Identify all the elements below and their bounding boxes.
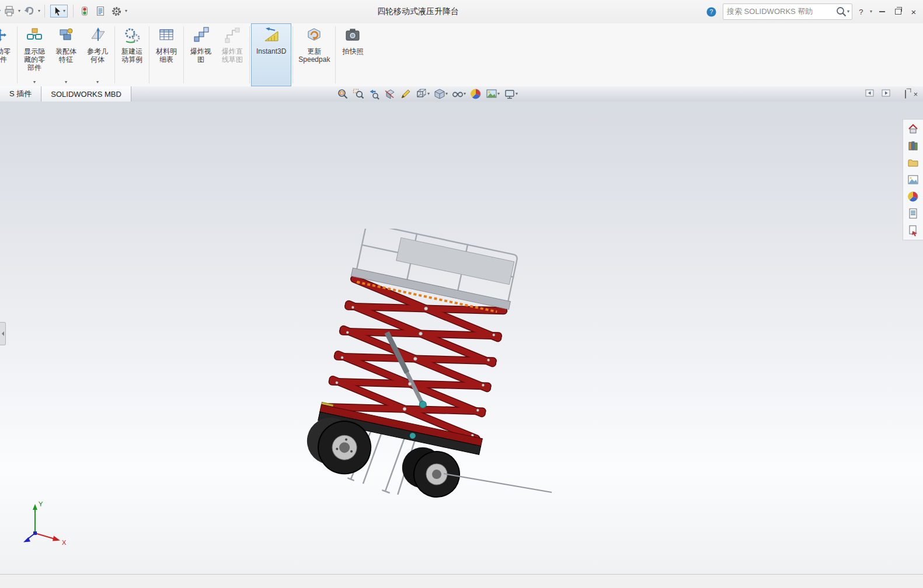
select-tool-button[interactable]: ▾ <box>50 5 68 18</box>
rebuild-button[interactable] <box>78 4 92 18</box>
help-bubble-button[interactable]: ? <box>705 5 719 19</box>
scissor-lift-model[interactable] <box>301 229 558 509</box>
pane-left-icon <box>865 89 875 97</box>
ribbon-button-reference-geometry[interactable]: 参考几何体 ▾ <box>82 23 113 86</box>
doc-close-button[interactable]: × <box>914 90 918 98</box>
solidworks-resources-button[interactable] <box>906 123 920 135</box>
printer-icon <box>4 5 15 17</box>
rebuild-stoplight-icon <box>79 6 90 16</box>
triad-origin <box>33 531 37 535</box>
chevron-down-icon: ▾ <box>65 79 67 85</box>
options-button[interactable] <box>109 4 123 18</box>
chevron-down-icon[interactable]: ▾ <box>125 9 127 13</box>
tow-bar <box>444 474 552 492</box>
design-library-button[interactable] <box>906 139 920 152</box>
ribbon-button-show-hidden-components[interactable]: 显示隐藏的零部件 ▾ <box>19 23 50 86</box>
section-view-button[interactable] <box>383 88 397 100</box>
scene-icon <box>486 88 497 100</box>
ribbon-separator <box>17 26 18 83</box>
coordinate-triad: Y X <box>18 498 70 551</box>
search-input[interactable] <box>726 7 835 17</box>
custom-properties-button[interactable] <box>906 207 920 220</box>
help-menu-button[interactable]: ? <box>856 5 866 19</box>
zoom-area-icon <box>353 88 364 100</box>
motion-study-icon <box>124 27 140 46</box>
undo-button[interactable] <box>22 4 36 18</box>
ribbon-button-assembly-features[interactable]: 装配体特征 ▾ <box>50 23 82 86</box>
ribbon-separator <box>183 26 184 83</box>
graphics-viewport[interactable]: Y X <box>0 102 923 575</box>
zoom-fit-button[interactable] <box>336 88 350 100</box>
exploded-view-icon <box>193 27 209 46</box>
ribbon-button-label: 更新 Speedpak <box>297 47 331 64</box>
ribbon-toolbar: 移动零部件 显示隐藏的零部件 ▾ 装配体特征 ▾ 参考几何体 ▾ <box>0 23 923 87</box>
file-properties-button[interactable] <box>93 4 107 18</box>
ribbon-button-new-motion-study[interactable]: 新建运动算例 <box>116 23 148 86</box>
y-axis-arrow <box>33 504 37 510</box>
chevron-down-icon: ▾ <box>445 92 448 96</box>
chevron-down-icon[interactable]: ▾ <box>847 9 849 14</box>
appearance-ball-icon <box>470 88 482 100</box>
ribbon-button-label: 拍快照 <box>340 47 365 55</box>
zoom-area-button[interactable] <box>351 88 365 100</box>
chevron-down-icon[interactable]: ▾ <box>38 9 40 13</box>
search-box: ▾ <box>723 4 852 20</box>
pane-previous-button[interactable] <box>865 89 875 99</box>
ribbon-button-move-component[interactable]: 移动零部件 <box>0 23 16 86</box>
display-style-button[interactable]: ▾ <box>433 88 449 100</box>
ribbon-button-exploded-view[interactable]: 爆炸视图 <box>185 23 217 86</box>
move-component-icon <box>0 27 8 46</box>
chevron-down-icon[interactable]: ▾ <box>0 9 1 13</box>
chevron-down-icon: ▾ <box>427 92 430 96</box>
tab-solidworks-mbd[interactable]: SOLIDWORKS MBD <box>41 86 131 102</box>
hide-show-items-button[interactable]: ▾ <box>451 88 467 100</box>
ribbon-button-take-snapshot[interactable]: 拍快照 <box>337 23 368 86</box>
apply-scene-button[interactable]: ▾ <box>485 88 501 100</box>
chevron-down-icon[interactable]: ▾ <box>18 9 20 13</box>
minimize-button[interactable] <box>876 5 888 19</box>
select-cursor-icon <box>53 6 63 16</box>
chevron-down-icon: ▾ <box>63 9 65 13</box>
print-button[interactable] <box>2 4 16 18</box>
previous-view-button[interactable] <box>367 88 381 100</box>
chevron-down-icon: ▾ <box>464 92 466 96</box>
explode-line-sketch-icon <box>224 27 241 46</box>
view-palette-button[interactable] <box>906 173 920 186</box>
x-axis-label: X <box>62 539 67 546</box>
ribbon-button-bill-of-materials[interactable]: 材料明细表 <box>151 23 182 86</box>
title-bar: ▾ ▾ ▾ ▾ ▾ 四轮 <box>0 0 923 24</box>
ribbon-button-update-speedpak[interactable]: 更新 Speedpak <box>294 23 334 86</box>
design-library-icon <box>907 140 919 152</box>
restore-button[interactable] <box>892 5 904 19</box>
annotation-pencil-icon <box>400 88 412 100</box>
pack-and-go-button[interactable] <box>906 224 920 237</box>
pane-next-button[interactable] <box>882 89 891 99</box>
ribbon-button-instant3d[interactable]: Instant3D <box>251 23 291 86</box>
view-orientation-cube-icon <box>416 88 427 100</box>
ribbon-separator <box>149 26 149 83</box>
featuremanager-flyout-handle[interactable] <box>0 322 6 345</box>
y-axis-label: Y <box>39 501 43 508</box>
section-view-icon <box>384 88 396 100</box>
tab-solidworks-addins[interactable]: S 插件 <box>0 86 41 102</box>
quick-access-toolbar: ▾ ▾ ▾ ▾ ▾ <box>0 4 127 18</box>
ribbon-tab-row: S 插件 SOLIDWORKS MBD ▾ <box>0 86 923 102</box>
view-settings-button[interactable]: ▾ <box>503 88 519 100</box>
edit-appearance-button[interactable] <box>469 88 483 100</box>
camera-icon <box>344 27 361 46</box>
search-icon[interactable] <box>835 6 847 18</box>
ribbon-button-label: 显示隐藏的零部件 <box>22 47 47 72</box>
doc-restore-button[interactable] <box>905 90 906 98</box>
update-speedpak-icon <box>306 27 322 46</box>
appearances-scenes-button[interactable] <box>906 190 920 203</box>
toolbar-separator <box>44 5 45 18</box>
close-button[interactable]: × <box>908 5 919 19</box>
task-pane <box>903 119 923 240</box>
view-orientation-button[interactable]: ▾ <box>415 88 431 100</box>
chevron-down-icon[interactable]: ▾ <box>870 9 872 14</box>
file-explorer-button[interactable] <box>906 156 920 169</box>
reference-geometry-icon <box>89 27 106 46</box>
ribbon-button-label: 爆炸视图 <box>188 47 214 64</box>
dynamic-annotation-button[interactable] <box>399 88 413 100</box>
bill-of-materials-icon <box>158 27 175 46</box>
